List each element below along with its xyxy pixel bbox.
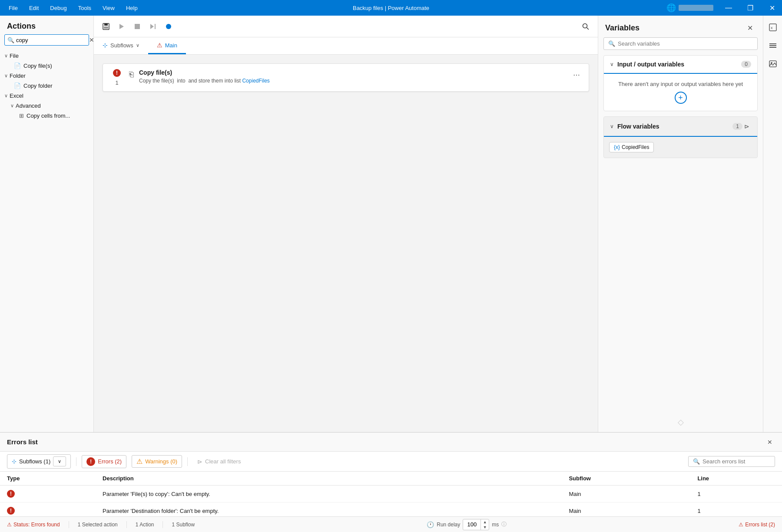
svg-text:x: x: [771, 26, 773, 30]
actions-title: Actions: [0, 16, 93, 34]
col-subflow: Subflow: [562, 472, 690, 486]
error-row-1[interactable]: ! Parameter 'File(s) to copy': Can't be …: [0, 486, 782, 502]
variables-close-button[interactable]: ✕: [744, 22, 756, 34]
svg-rect-4: [135, 24, 140, 29]
chevron-down-icon: ∨: [610, 123, 614, 129]
save-button[interactable]: [99, 20, 113, 33]
subflows-icon: ⊹: [103, 42, 108, 49]
category-folder-label: Folder: [10, 73, 26, 79]
run-delay-spinners: ▲ ▼: [480, 519, 489, 530]
action-title: Copy file(s): [139, 69, 566, 76]
layers-button[interactable]: [765, 38, 780, 53]
actions-search-input[interactable]: [16, 37, 89, 43]
variables-search-input[interactable]: [618, 40, 753, 47]
errors-list-link[interactable]: ⚠ Errors list (2): [739, 522, 775, 528]
action-card-1: ! 1 ⎗ Copy file(s) Copy the file(s) into…: [103, 63, 589, 92]
menu-debug[interactable]: Debug: [45, 3, 72, 13]
variable-name: CopiedFiles: [622, 144, 649, 150]
error-row-2[interactable]: ! Parameter 'Destination folder': Can't …: [0, 502, 782, 517]
toolbar: [94, 16, 598, 37]
diamond-decoration: ◇: [598, 412, 763, 432]
variables-panel: Variables ✕ 🔍 ∨ Input / output variables…: [598, 16, 763, 432]
action-menu-button[interactable]: ⋯: [571, 69, 582, 81]
warnings-filter-label: Warnings (0): [145, 458, 177, 465]
clock-icon: 🕐: [427, 521, 434, 528]
action-copy-folder-label: Copy folder: [23, 83, 52, 89]
minimize-button[interactable]: —: [719, 0, 739, 16]
excel-icon: ⊞: [19, 112, 24, 119]
search-icon: 🔍: [693, 458, 700, 465]
errors-search-input[interactable]: [702, 458, 768, 465]
menu-help[interactable]: Help: [121, 3, 143, 13]
restore-button[interactable]: ❐: [740, 0, 760, 16]
errors-filter-bar: ⊹ Subflows (1) ∨ ! Errors (2) ⚠ Warnings…: [0, 452, 782, 472]
run-delay-value-input[interactable]: [463, 520, 480, 529]
tab-main-label: Main: [165, 42, 177, 49]
svg-rect-13: [769, 45, 776, 46]
variables-toggle-button[interactable]: x: [765, 20, 780, 35]
errors-search-box: 🔍: [688, 456, 775, 467]
stop-button[interactable]: [130, 20, 144, 33]
spin-down-button[interactable]: ▼: [481, 525, 489, 530]
flow-variables-body: {x} CopiedFiles: [604, 137, 757, 158]
menu-tools[interactable]: Tools: [73, 3, 96, 13]
flow-variables-section-header[interactable]: ∨ Flow variables 1 ⊳: [604, 117, 757, 137]
category-folder[interactable]: ∨ Folder: [0, 71, 93, 81]
file-icon: 📄: [14, 63, 21, 69]
next-step-button[interactable]: [146, 20, 160, 33]
subcategory-advanced[interactable]: ∨ Advanced: [0, 101, 93, 111]
errors-link-area: ⚠ Errors list (2): [739, 522, 775, 528]
subflows-chevron-icon: ∨: [136, 43, 139, 48]
action-copy-files-label: Copy file(s): [23, 63, 52, 69]
category-file[interactable]: ∨ File: [0, 51, 93, 61]
tab-subflows[interactable]: ⊹ Subflows ∨: [94, 37, 148, 54]
svg-marker-5: [150, 24, 154, 29]
search-icon: 🔍: [608, 40, 615, 47]
filter-variables-button[interactable]: ⊳: [742, 122, 751, 131]
chevron-down-icon: ∨: [4, 53, 8, 59]
run-delay-unit: ms: [492, 522, 499, 528]
status-error-icon: ⚠: [7, 522, 12, 528]
images-button[interactable]: [765, 56, 780, 71]
tab-main[interactable]: ⚠ Main: [148, 37, 186, 54]
copy-files-icon: ⎗: [129, 70, 134, 79]
menu-file[interactable]: File: [3, 3, 23, 13]
errors-badge-icon: !: [86, 457, 95, 466]
run-delay-label: Run delay: [437, 522, 460, 528]
category-excel[interactable]: ∨ Excel: [0, 91, 93, 101]
error-desc-cell: Parameter 'Destination folder': Can't be…: [96, 502, 562, 517]
run-button[interactable]: [115, 20, 129, 33]
filter-divider: [76, 457, 76, 466]
errors-link-icon: ⚠: [739, 522, 743, 528]
action-copy-cells-label: Copy cells from...: [27, 112, 70, 119]
error-type-cell: !: [0, 486, 96, 502]
search-icon: 🔍: [7, 37, 14, 43]
add-variable-button[interactable]: +: [675, 92, 687, 104]
empty-variables-text: There aren't any input or output variabl…: [618, 81, 743, 87]
svg-line-9: [587, 27, 589, 30]
error-indicator: !: [113, 69, 121, 77]
toolbar-search-button[interactable]: [579, 20, 593, 33]
action-copy-folder[interactable]: 📄 Copy folder: [0, 81, 93, 91]
copied-files-variable-chip[interactable]: {x} CopiedFiles: [609, 142, 654, 152]
errors-table: Type Description Subflow Line ! Paramete…: [0, 472, 782, 516]
menu-edit[interactable]: Edit: [24, 3, 44, 13]
input-output-empty-text: There aren't any input or output variabl…: [604, 74, 757, 111]
input-output-section-header[interactable]: ∨ Input / output variables 0: [604, 56, 757, 74]
variables-title: Variables: [605, 23, 640, 33]
chevron-down-icon: ∨: [4, 73, 8, 79]
errors-filter-button[interactable]: ! Errors (2): [82, 455, 126, 468]
close-button[interactable]: ✕: [762, 0, 782, 16]
warnings-filter-button[interactable]: ⚠ Warnings (0): [132, 455, 182, 468]
flow-canvas: ! 1 ⎗ Copy file(s) Copy the file(s) into…: [94, 55, 598, 432]
folder-icon: 📄: [14, 83, 21, 89]
action-copy-files[interactable]: 📄 Copy file(s): [0, 61, 93, 71]
tabs-bar: ⊹ Subflows ∨ ⚠ Main: [94, 37, 598, 55]
errors-close-button[interactable]: ✕: [765, 437, 775, 447]
menu-view[interactable]: View: [97, 3, 120, 13]
subflows-filter-button[interactable]: ⊹ Subflows (1) ∨: [7, 454, 71, 469]
center-panel: ⊹ Subflows ∨ ⚠ Main ! 1 ⎗: [94, 16, 598, 432]
spin-up-button[interactable]: ▲: [481, 519, 489, 525]
action-copy-cells[interactable]: ⊞ Copy cells from...: [0, 111, 93, 121]
record-button[interactable]: [162, 20, 176, 33]
